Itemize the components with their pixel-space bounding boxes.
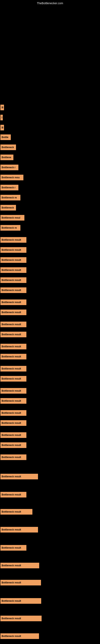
bottleneck-result-bar: Bottleneck result (0, 300, 26, 305)
bottleneck-result-bar: Bottleneck result (0, 288, 26, 293)
bottleneck-result-bar: Bottleneck re (0, 225, 20, 231)
bottleneck-result-bar: Bottleneck resul (0, 215, 24, 220)
bottleneck-result-bar: Bottleneck result (0, 332, 26, 337)
bottleneck-result-bar: Bottleneck result (0, 344, 26, 349)
bottleneck-result-bar: Bottleneck result (0, 247, 26, 253)
bottleneck-result-bar: Bottleneck result (0, 545, 26, 550)
bottleneck-result-bar: Bottleneck result (0, 616, 42, 621)
bottleneck-result-bar: Bottleneck result (0, 237, 26, 243)
bottleneck-result-bar: Bottleneck result (0, 267, 26, 273)
bottleneck-result-bar: Bottleneck re (0, 195, 20, 200)
bottleneck-result-bar: Bottleneck (0, 144, 16, 150)
bottleneck-result-bar: B (0, 105, 4, 110)
bottleneck-result-bar: Bottleneck result (0, 322, 26, 327)
bottleneck-result-bar: Bottleneck result (0, 432, 26, 438)
bottleneck-result-bar: Bottleneck resu (0, 175, 23, 180)
bottleneck-result-bar: Bottleneck r (0, 164, 18, 170)
bottleneck-result-bar: Bottleneck result (0, 310, 26, 315)
bottleneck-result-bar: Bottleneck result (0, 257, 26, 263)
bottleneck-result-bar: Bottleneck result (0, 410, 26, 416)
bottleneck-result-bar: Bottleneck result (0, 509, 32, 514)
bottleneck-result-bar: Bottleneck result (0, 633, 39, 639)
bottleneck-result-bar: Bottleneck (0, 205, 16, 210)
bottleneck-result-bar: Bottle (0, 134, 11, 140)
bottleneck-result-bar: Bottleneck result (0, 354, 26, 360)
bottleneck-result-bar: Bottleneck result (0, 527, 38, 532)
bottleneck-result-bar: Bottleneck result (0, 398, 26, 404)
bottleneck-result-bar: Bottleneck result (0, 388, 26, 394)
bottleneck-result-bar: Bottleneck result (0, 492, 26, 498)
bottleneck-result-bar: Bottleneck result (0, 598, 41, 604)
bottleneck-result-bar: Bottleneck r (0, 185, 18, 190)
bottleneck-result-bar: Bottleneck result (0, 277, 26, 283)
bottleneck-result-bar: Bottleneck result (0, 580, 41, 586)
bottleneck-result-bar: Bottleneck result (0, 454, 26, 460)
bottleneck-result-bar: Bottlene (0, 154, 13, 160)
bottleneck-result-bar: Bottleneck result (0, 442, 26, 448)
bottleneck-result-bar: Bottleneck result (0, 366, 26, 372)
bottleneck-result-bar: Bottleneck result (0, 376, 26, 382)
site-title: TheBottlenecker.com (37, 2, 63, 5)
bottleneck-result-bar: Bottleneck result (0, 420, 26, 426)
bottleneck-result-bar: Bottleneck result (0, 563, 39, 568)
bottleneck-result-bar: B (0, 125, 4, 130)
bottleneck-result-bar: Bottleneck result (0, 474, 38, 480)
bottleneck-result-bar: I (0, 115, 3, 120)
